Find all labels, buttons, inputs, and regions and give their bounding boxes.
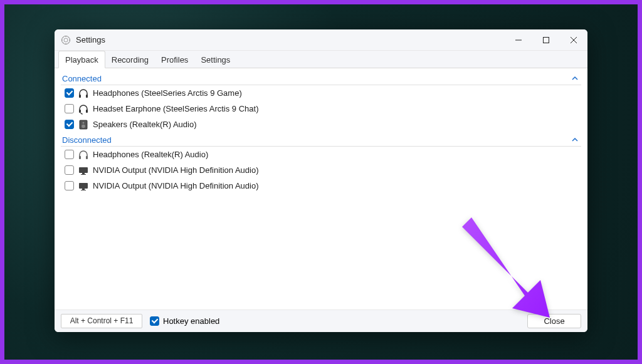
tab-settings[interactable]: Settings <box>194 51 236 68</box>
content-area: Connected Headphones (SteelSeries Arctis… <box>55 68 587 309</box>
svg-rect-15 <box>79 167 88 173</box>
tab-playback[interactable]: Playback <box>58 51 105 68</box>
section-connected-title: Connected <box>62 74 102 83</box>
device-label: Headphones (Realtek(R) Audio) <box>93 150 208 159</box>
device-checkbox[interactable] <box>65 181 74 190</box>
maximize-button[interactable] <box>532 29 560 51</box>
svg-rect-16 <box>82 173 85 174</box>
device-label: NVIDIA Output (NVIDIA High Definition Au… <box>93 181 258 190</box>
minimize-icon <box>515 37 522 43</box>
headphones-icon <box>78 88 89 99</box>
device-row[interactable]: Speakers (Realtek(R) Audio) <box>61 117 581 132</box>
tab-recording[interactable]: Recording <box>105 51 155 68</box>
hotkey-enabled-checkbox[interactable] <box>150 316 159 326</box>
headset-icon <box>78 103 89 115</box>
section-connected-header[interactable]: Connected <box>61 71 581 85</box>
hotkey-enable-group: Hotkey enabled <box>150 316 219 326</box>
svg-rect-8 <box>79 110 81 113</box>
titlebar[interactable]: Settings <box>55 29 587 51</box>
svg-point-11 <box>83 122 85 123</box>
footer: Alt + Control + F11 Hotkey enabled Close <box>55 309 587 332</box>
svg-point-12 <box>82 124 85 128</box>
svg-point-1 <box>64 38 68 42</box>
svg-rect-6 <box>79 95 81 98</box>
device-row[interactable]: NVIDIA Output (NVIDIA High Definition Au… <box>61 178 581 194</box>
device-checkbox[interactable] <box>65 88 74 98</box>
chevron-up-icon <box>570 73 580 83</box>
device-row[interactable]: NVIDIA Output (NVIDIA High Definition Au… <box>61 162 581 178</box>
minimize-button[interactable] <box>505 29 532 51</box>
svg-rect-18 <box>79 183 88 189</box>
svg-rect-3 <box>544 37 549 43</box>
close-icon <box>571 37 577 43</box>
hotkey-enabled-label: Hotkey enabled <box>163 316 219 326</box>
device-label: Headset Earphone (SteelSeries Arctis 9 C… <box>93 104 258 113</box>
chevron-up-icon <box>570 135 580 145</box>
speakers-icon <box>78 119 89 130</box>
svg-rect-19 <box>82 189 85 190</box>
settings-window: Settings Playback Recording Profiles Set… <box>55 29 587 332</box>
device-checkbox[interactable] <box>65 150 74 159</box>
close-window-button[interactable] <box>560 29 587 51</box>
svg-rect-14 <box>86 156 88 159</box>
maximize-icon <box>543 37 549 43</box>
close-button[interactable]: Close <box>527 314 581 328</box>
svg-rect-20 <box>81 190 86 190</box>
device-label: NVIDIA Output (NVIDIA High Definition Au… <box>93 165 258 175</box>
monitor-icon <box>78 180 89 192</box>
headphones-icon <box>78 149 89 160</box>
device-checkbox[interactable] <box>65 165 74 175</box>
device-checkbox[interactable] <box>65 120 74 129</box>
device-label: Speakers (Realtek(R) Audio) <box>93 120 196 129</box>
monitor-icon <box>78 165 89 176</box>
device-row[interactable]: Headphones (Realtek(R) Audio) <box>61 147 581 162</box>
window-title: Settings <box>76 35 105 44</box>
device-checkbox[interactable] <box>65 104 74 113</box>
hotkey-input[interactable]: Alt + Control + F11 <box>61 314 142 328</box>
svg-rect-17 <box>81 174 86 175</box>
svg-rect-13 <box>79 156 81 159</box>
tab-profiles[interactable]: Profiles <box>155 51 194 68</box>
device-row[interactable]: Headset Earphone (SteelSeries Arctis 9 C… <box>61 101 581 117</box>
section-disconnected-title: Disconnected <box>62 135 112 145</box>
window-controls <box>505 29 587 51</box>
tabs-bar: Playback Recording Profiles Settings <box>55 51 587 68</box>
svg-rect-9 <box>86 110 88 113</box>
section-disconnected-header[interactable]: Disconnected <box>61 132 581 147</box>
device-row[interactable]: Headphones (SteelSeries Arctis 9 Game) <box>61 85 581 101</box>
device-label: Headphones (SteelSeries Arctis 9 Game) <box>93 88 242 98</box>
app-icon <box>61 35 71 45</box>
svg-rect-7 <box>86 95 88 98</box>
